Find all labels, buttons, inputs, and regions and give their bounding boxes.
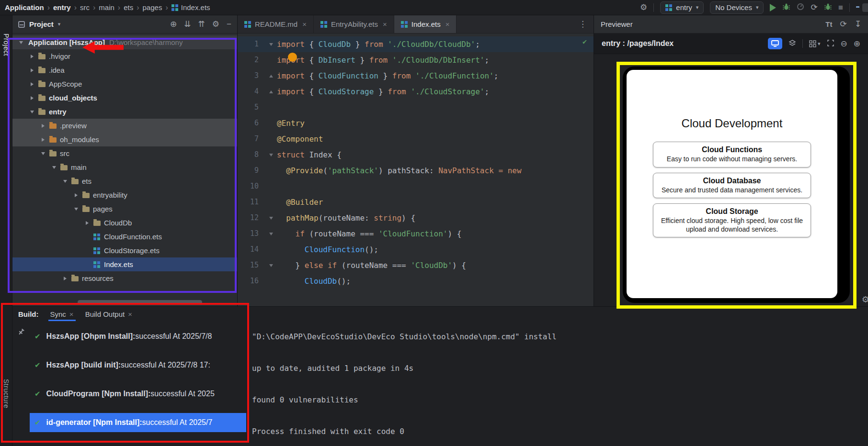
breadcrumb-item-pages[interactable]: pages (143, 3, 162, 11)
panel-settings-gear-icon[interactable]: ⚙ (212, 20, 219, 28)
close-icon[interactable]: × (69, 310, 74, 318)
code-line-3[interactable]: 3import { CloudFunction } from './CloudF… (238, 68, 594, 84)
gutter-fold-icon[interactable] (265, 68, 277, 84)
collapse-all-icon[interactable]: ⇈ (198, 20, 205, 28)
tree-item-index-ets[interactable]: Index.ets (12, 257, 237, 271)
project-panel-title[interactable]: Project (29, 20, 54, 28)
attach-debugger-button[interactable] (824, 3, 832, 12)
chevron-down-icon[interactable]: ▾ (58, 21, 61, 27)
chevron-down-icon[interactable] (16, 41, 26, 44)
debug-button[interactable] (782, 3, 790, 12)
chevron-down-icon[interactable] (27, 111, 37, 113)
preview-card-cloud-database[interactable]: Cloud DatabaseSecure and trusted data ma… (653, 173, 811, 199)
code-line-15[interactable]: 15 } else if (routeName === 'CloudDb') { (238, 257, 594, 273)
horizontal-scrollbar[interactable] (78, 300, 202, 304)
build-console[interactable]: "D:\CodeAPP\DevEcoStudio\DevEco Studio\t… (246, 321, 868, 446)
gutter-fold-icon[interactable] (265, 84, 277, 100)
build-tab-sync[interactable]: Sync× (45, 307, 80, 321)
chevron-right-icon[interactable] (27, 55, 37, 58)
run-button[interactable] (770, 4, 776, 11)
settings-gear-icon[interactable]: ⚙ (640, 3, 647, 11)
tree-item-application-hszsapp[interactable]: Application [HszsApp]D:\workspace\harmon… (12, 35, 237, 49)
close-icon[interactable]: × (128, 310, 132, 318)
layers-icon[interactable] (788, 39, 796, 48)
zoom-out-icon[interactable]: ⊖ (841, 40, 847, 48)
code-line-11[interactable]: 11 @Builder (238, 194, 594, 210)
inspections-ok-icon[interactable]: ✔ (582, 37, 587, 46)
gutter-fold-icon[interactable] (265, 36, 277, 52)
preview-card-cloud-functions[interactable]: Cloud FunctionsEasy to run code without … (653, 142, 811, 167)
tree-item-src[interactable]: src (12, 146, 237, 160)
download-icon[interactable]: ↧ (855, 20, 861, 28)
breadcrumb-item-index-ets[interactable]: Index.ets (171, 3, 210, 11)
chevron-right-icon[interactable] (82, 221, 92, 225)
frame-icon[interactable] (827, 39, 834, 48)
tree-item-entryability[interactable]: entryability (12, 188, 237, 202)
close-icon[interactable]: × (445, 20, 450, 28)
text-size-icon[interactable]: Tt (825, 20, 832, 28)
tree-item-oh-modules[interactable]: oh_modules (12, 133, 237, 146)
code-line-5[interactable]: 5 (238, 100, 594, 115)
build-task-hszsapp-build-init[interactable]: ✔HszsApp [build init]: successful At 202… (30, 356, 246, 375)
chevron-right-icon[interactable] (71, 193, 81, 197)
code-line-6[interactable]: 6@Entry (238, 115, 594, 131)
restart-button[interactable]: ⟳ (811, 3, 817, 11)
tree-item-idea[interactable]: .idea (12, 63, 237, 77)
chevron-right-icon[interactable] (27, 68, 37, 72)
tree-item-entry[interactable]: entry (12, 105, 237, 119)
gutter-fold-icon[interactable] (265, 257, 277, 273)
breadcrumb-item-entry[interactable]: entry (53, 3, 71, 11)
gutter-fold-icon[interactable] (265, 210, 277, 226)
editor-tab-entryability-ets[interactable]: EntryAbility.ets× (314, 15, 394, 33)
code-line-7[interactable]: 7@Component (238, 131, 594, 147)
chevron-down-icon[interactable] (38, 152, 48, 155)
chevron-down-icon[interactable] (71, 208, 81, 211)
code-line-1[interactable]: 1import { CloudDb } from './CloudDb/Clou… (238, 36, 594, 52)
tree-item-cloudstorage-ets[interactable]: CloudStorage.ets (12, 244, 237, 257)
close-icon[interactable]: × (383, 20, 387, 28)
breadcrumb-item-main[interactable]: main (99, 3, 114, 11)
preview-card-cloud-storage[interactable]: Cloud StorageEfficient cloud storage. Hi… (653, 203, 811, 237)
gutter-fold-icon[interactable] (265, 147, 277, 163)
tree-item-resources[interactable]: resources (12, 271, 237, 285)
tree-item-cloud-objects[interactable]: cloud_objects (12, 91, 237, 105)
code-line-9[interactable]: 9 @Provide('pathStack') pathStack: NavPa… (238, 163, 594, 178)
screen-preview-button[interactable] (768, 38, 782, 49)
breadcrumb-item-application[interactable]: Application (5, 3, 44, 11)
build-task-id-generator-npm-install[interactable]: ✔id-generator [Npm Install]: successful … (30, 413, 246, 432)
code-line-2[interactable]: 2import { DbInsert } from './CloudDb/DbI… (238, 52, 594, 68)
tool-window-project-button[interactable]: Project (2, 33, 10, 56)
grid-view-button[interactable]: ▾ (809, 40, 821, 47)
code-line-13[interactable]: 13 if (routeName === 'CloudFunction') { (238, 226, 594, 242)
tree-item-preview[interactable]: .preview (12, 119, 237, 133)
code-line-14[interactable]: 14 CloudFunction(); (238, 242, 594, 257)
gutter-fold-icon[interactable] (265, 226, 277, 242)
profiler-button[interactable] (797, 3, 804, 12)
toolbar-overflow-icon[interactable] (862, 3, 868, 12)
code-line-8[interactable]: 8struct Index { (238, 147, 594, 163)
refresh-preview-icon[interactable]: ⟳ (840, 20, 847, 28)
tree-item-main[interactable]: main (12, 160, 237, 174)
expand-all-icon[interactable]: ⇊ (184, 20, 191, 28)
chevron-right-icon[interactable] (60, 277, 70, 280)
module-selector[interactable]: entry ▾ (660, 1, 704, 14)
chevron-down-icon[interactable] (60, 180, 70, 183)
tree-item-appscope[interactable]: AppScope (12, 77, 237, 91)
code-line-16[interactable]: 16 CloudDb(); (238, 273, 594, 289)
chevron-right-icon[interactable] (38, 138, 48, 142)
hide-panel-icon[interactable]: − (227, 20, 231, 28)
chevron-right-icon[interactable] (38, 124, 48, 128)
tree-item-ets[interactable]: ets (12, 174, 237, 188)
chevron-right-icon[interactable] (27, 82, 37, 86)
editor-tab-readme-md[interactable]: README.md× (238, 15, 314, 33)
tree-item-cloudfunction-ets[interactable]: CloudFunction.ets (12, 230, 237, 244)
chevron-down-icon[interactable] (49, 166, 59, 169)
close-icon[interactable]: × (302, 20, 307, 28)
editor-tabs-more-icon[interactable]: ⋮ (572, 19, 594, 29)
breadcrumb-item-src[interactable]: src (80, 3, 90, 11)
tree-item-clouddb[interactable]: CloudDb (12, 216, 237, 230)
tool-window-structure-button[interactable]: Structure (2, 379, 10, 408)
pin-icon[interactable] (17, 328, 25, 446)
tree-item-pages[interactable]: pages (12, 202, 237, 216)
build-task-hszsapp-ohpm-install[interactable]: ✔HszsApp [Ohpm Install]: successful At 2… (30, 327, 246, 346)
